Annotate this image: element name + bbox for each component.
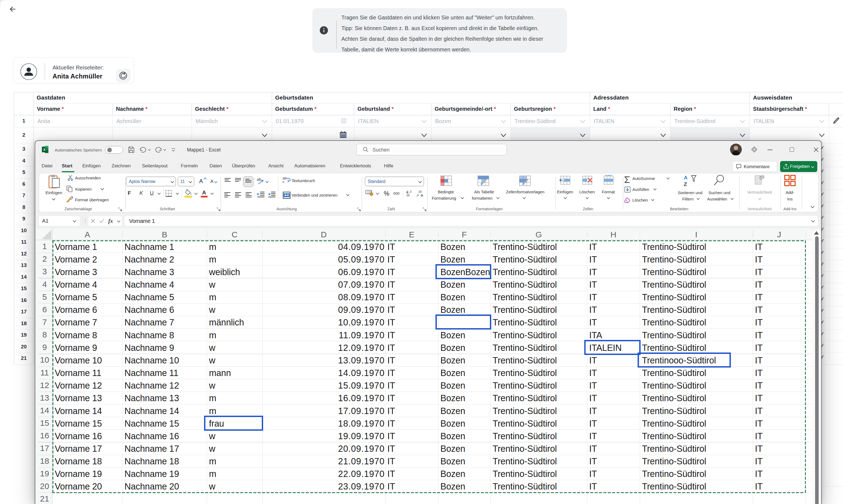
- svg-text:,0: ,0: [409, 190, 412, 193]
- svg-text:Z: Z: [684, 181, 687, 186]
- svg-text:ab: ab: [257, 177, 261, 182]
- svg-text:,00: ,00: [418, 190, 422, 193]
- svg-text:A: A: [684, 175, 688, 180]
- svg-text:,0: ,0: [416, 194, 419, 197]
- svg-text:,00: ,00: [406, 194, 410, 197]
- svg-text:X: X: [43, 148, 46, 151]
- svg-text:c: c: [283, 180, 285, 184]
